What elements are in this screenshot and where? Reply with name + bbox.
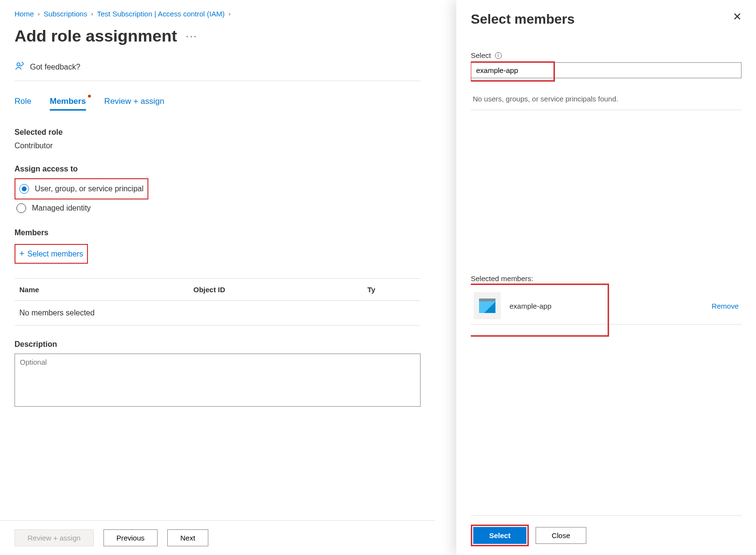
app-icon [474,292,501,319]
highlight-box: + Select members [15,244,88,264]
column-type: Ty [367,285,416,294]
radio-managed-identity-label: Managed identity [32,204,91,213]
members-section-label: Members [15,228,421,237]
remove-member-link[interactable]: Remove [712,302,739,310]
review-assign-button[interactable]: Review + assign [15,529,94,546]
select-button[interactable]: Select [473,527,526,544]
no-results-message: No users, groups, or service principals … [471,88,741,110]
chevron-right-icon: › [91,10,93,17]
breadcrumb-access-control[interactable]: Test Subscription | Access control (IAM) [97,10,225,18]
radio-user-group-label: User, group, or service principal [35,185,144,193]
selected-member-name: example-app [509,302,552,310]
breadcrumb-subscriptions[interactable]: Subscriptions [44,10,87,18]
chevron-right-icon: › [38,10,40,17]
description-input[interactable] [15,354,421,407]
select-label: Select [471,51,491,59]
radio-user-group[interactable]: User, group, or service principal [17,180,145,198]
notification-dot-icon [88,95,91,98]
feedback-icon [15,61,25,73]
plus-icon: + [19,249,25,259]
radio-icon [19,184,29,194]
selected-role-value: Contributor [15,142,421,150]
next-button[interactable]: Next [167,529,208,546]
chevron-right-icon: › [229,10,231,17]
members-empty-row: No members selected [15,301,421,326]
page-title: Add role assignment [15,27,177,45]
tab-role[interactable]: Role [15,97,31,111]
select-members-link-label: Select members [28,250,84,258]
assign-access-label: Assign access to [15,165,421,173]
tabs: Role Members Review + assign [15,97,421,111]
selected-members-label: Selected members: [471,274,741,283]
breadcrumb-home[interactable]: Home [15,10,34,18]
close-icon[interactable]: ✕ [733,12,741,22]
feedback-link[interactable]: Got feedback? [30,63,80,71]
more-menu-icon[interactable]: ··· [186,30,197,43]
description-label: Description [15,340,421,349]
column-object-id: Object ID [193,285,367,294]
bottom-toolbar: Review + assign Previous Next [0,520,435,555]
tab-members[interactable]: Members [50,97,86,111]
select-members-panel: Select members ✕ Select i No users, grou… [456,0,756,555]
highlight-box: User, group, or service principal [15,178,148,199]
selected-role-label: Selected role [15,128,421,137]
tab-members-label: Members [50,97,86,106]
radio-managed-identity[interactable]: Managed identity [15,199,421,217]
info-icon[interactable]: i [495,52,502,59]
svg-point-0 [17,63,20,66]
member-search-input[interactable] [471,62,741,78]
radio-icon [16,203,26,213]
select-members-link[interactable]: + Select members [17,246,85,262]
close-button[interactable]: Close [536,527,586,544]
panel-title: Select members [471,12,575,27]
tab-review-assign[interactable]: Review + assign [104,97,164,111]
highlight-box: Select [471,525,529,546]
selected-member-row: example-app Remove [471,287,741,325]
breadcrumb: Home › Subscriptions › Test Subscription… [15,10,421,18]
previous-button[interactable]: Previous [103,529,158,546]
column-name: Name [19,285,193,294]
